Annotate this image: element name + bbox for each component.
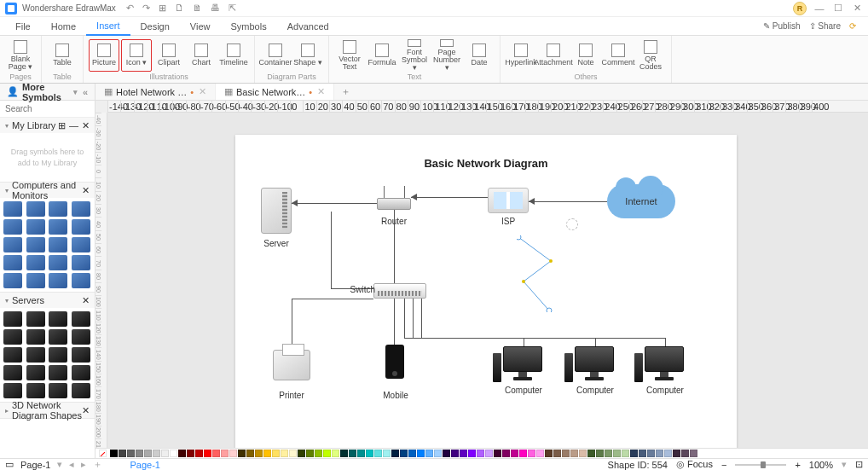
panel-header-3d-network-diagram-shapes[interactable]: ▸3D Network Diagram Shapes✕ xyxy=(0,403,95,418)
ribbon-shape-button[interactable]: Shape ▾ xyxy=(292,39,323,72)
color-swatch[interactable] xyxy=(170,450,177,457)
color-swatch[interactable] xyxy=(434,450,442,457)
menu-tab-file[interactable]: File xyxy=(5,17,41,36)
isp-node[interactable] xyxy=(488,188,529,213)
color-swatch[interactable] xyxy=(647,450,655,457)
connector[interactable] xyxy=(331,212,332,288)
symbol-thumb[interactable] xyxy=(26,383,45,398)
next-page-button[interactable]: ▸ xyxy=(81,459,86,470)
color-swatch[interactable] xyxy=(383,450,391,457)
connector[interactable] xyxy=(292,299,292,350)
printer-node[interactable] xyxy=(273,350,310,380)
color-swatch[interactable] xyxy=(391,450,399,457)
document-tab[interactable]: ▦Basic Network…•✕ xyxy=(216,84,334,100)
color-swatch[interactable] xyxy=(485,450,493,457)
color-swatch[interactable] xyxy=(136,450,143,457)
symbol-thumb[interactable] xyxy=(26,329,45,345)
ribbon-comment-button[interactable]: Comment xyxy=(603,39,634,72)
color-swatch[interactable] xyxy=(587,450,595,457)
color-swatch[interactable] xyxy=(639,450,646,457)
color-swatch[interactable] xyxy=(400,450,408,457)
internet-cloud-node[interactable]: Internet xyxy=(607,184,675,218)
color-swatch[interactable] xyxy=(673,450,680,457)
mobile-node[interactable] xyxy=(385,345,404,379)
ribbon-chart-button[interactable]: Chart xyxy=(186,39,217,72)
color-swatch[interactable] xyxy=(545,450,553,457)
symbol-thumb[interactable] xyxy=(49,365,67,380)
panel-tool-icon[interactable]: — xyxy=(69,120,78,131)
color-swatch[interactable] xyxy=(178,450,186,457)
ribbon-page-button[interactable]: Page Number ▾ xyxy=(431,39,462,72)
color-swatch[interactable] xyxy=(349,450,356,457)
panel-tool-icon[interactable]: ✕ xyxy=(82,405,90,416)
symbol-thumb[interactable] xyxy=(3,365,22,380)
color-swatch[interactable] xyxy=(690,450,697,457)
color-swatch[interactable] xyxy=(281,450,288,457)
symbol-thumb[interactable] xyxy=(3,347,22,363)
qat-button-0[interactable]: ↶ xyxy=(126,3,134,14)
symbol-thumb[interactable] xyxy=(3,255,22,270)
color-swatch[interactable] xyxy=(161,450,169,457)
color-swatch[interactable] xyxy=(536,450,544,457)
qat-button-4[interactable]: 🗎 xyxy=(193,3,202,14)
document-tab[interactable]: ▦Hotel Network …•✕ xyxy=(95,84,216,100)
panel-tool-icon[interactable]: ✕ xyxy=(82,120,90,131)
no-fill-swatch[interactable] xyxy=(99,450,107,457)
symbol-thumb[interactable] xyxy=(26,237,45,252)
color-swatch[interactable] xyxy=(630,450,638,457)
ribbon-date-button[interactable]: Date xyxy=(464,39,495,72)
color-swatch[interactable] xyxy=(570,450,578,457)
panel-tool-icon[interactable]: ✕ xyxy=(82,185,90,196)
zoom-in-button[interactable]: + xyxy=(795,460,800,470)
menu-tab-insert[interactable]: Insert xyxy=(86,17,130,36)
color-swatch[interactable] xyxy=(212,450,220,457)
ribbon-attachment-button[interactable]: Attachment xyxy=(538,39,569,72)
panel-header-my-library[interactable]: ▾My Library⊞—✕ xyxy=(0,118,95,133)
color-swatch[interactable] xyxy=(110,450,118,457)
color-swatch[interactable] xyxy=(519,450,527,457)
connector[interactable] xyxy=(394,299,395,345)
symbol-thumb[interactable] xyxy=(72,201,90,217)
symbol-thumb[interactable] xyxy=(3,311,22,327)
symbol-thumb[interactable] xyxy=(3,383,22,398)
ribbon-container-button[interactable]: Container xyxy=(260,39,291,72)
computer-node[interactable] xyxy=(575,346,616,384)
symbol-thumb[interactable] xyxy=(49,255,67,270)
color-swatch[interactable] xyxy=(460,450,467,457)
menu-tab-home[interactable]: Home xyxy=(41,17,86,36)
qat-button-3[interactable]: 🗋 xyxy=(175,3,184,14)
color-swatch[interactable] xyxy=(340,450,348,457)
color-swatch[interactable] xyxy=(306,450,314,457)
menu-tab-symbols[interactable]: Symbols xyxy=(221,17,277,36)
color-swatch[interactable] xyxy=(263,450,271,457)
qat-button-2[interactable]: ⊞ xyxy=(159,3,166,14)
symbol-thumb[interactable] xyxy=(72,255,90,270)
minimize-button[interactable]: — xyxy=(813,3,825,14)
color-swatch[interactable] xyxy=(315,450,322,457)
connector[interactable] xyxy=(411,197,488,198)
color-swatch[interactable] xyxy=(425,450,433,457)
color-swatch[interactable] xyxy=(323,450,331,457)
close-tab-icon[interactable]: ✕ xyxy=(199,86,206,97)
qat-button-1[interactable]: ↷ xyxy=(142,3,150,14)
color-swatch[interactable] xyxy=(408,450,416,457)
color-swatch[interactable] xyxy=(357,450,365,457)
symbol-thumb[interactable] xyxy=(72,329,90,345)
color-swatch[interactable] xyxy=(332,450,339,457)
ribbon-icon-button[interactable]: Icon ▾ xyxy=(121,39,152,72)
symbol-thumb[interactable] xyxy=(26,201,45,217)
color-swatch[interactable] xyxy=(195,450,203,457)
color-swatch[interactable] xyxy=(656,450,663,457)
symbol-thumb[interactable] xyxy=(49,347,67,363)
ribbon-picture-button[interactable]: Picture xyxy=(89,39,119,72)
color-swatch[interactable] xyxy=(417,450,425,457)
color-swatch[interactable] xyxy=(289,450,297,457)
color-swatch[interactable] xyxy=(613,450,621,457)
color-swatch[interactable] xyxy=(502,450,510,457)
symbol-thumb[interactable] xyxy=(49,311,67,327)
symbol-thumb[interactable] xyxy=(72,365,90,380)
close-button[interactable]: ✕ xyxy=(851,3,863,14)
page-indicator[interactable]: Page-1 xyxy=(20,460,50,470)
fit-page-button[interactable]: ⊡ xyxy=(855,459,863,470)
symbol-thumb[interactable] xyxy=(3,219,22,235)
